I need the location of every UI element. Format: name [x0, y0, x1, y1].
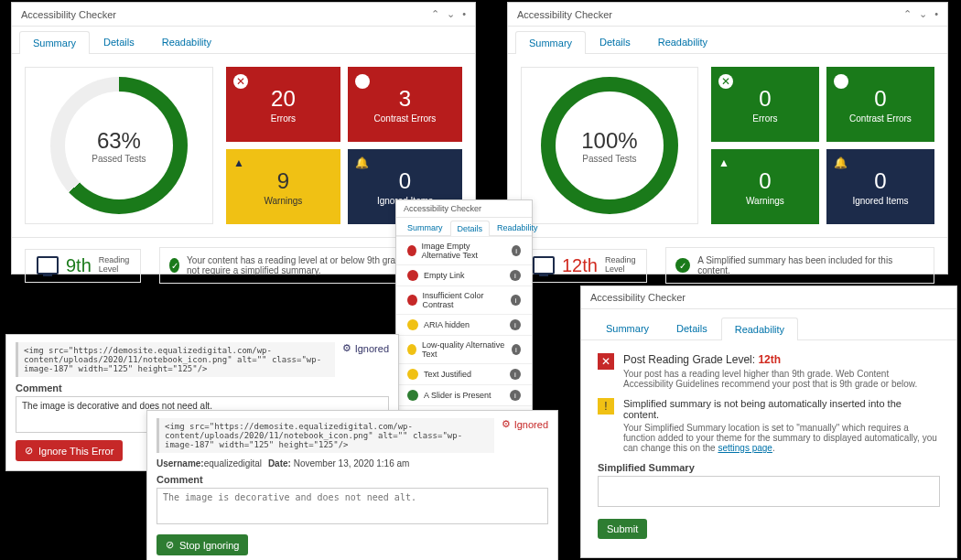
simplified-summary-label: Simplified Summary [598, 462, 940, 473]
bell-icon: 🔔 [834, 156, 848, 171]
details-list-item[interactable]: ARIA hiddeni [396, 314, 532, 335]
warning-icon: ▲ [233, 156, 248, 171]
passed-label: Passed Tests [92, 154, 146, 164]
close-icon: ✕ [718, 74, 733, 89]
submit-button[interactable]: Submit [598, 519, 647, 539]
passed-tests-donut: 63% Passed Tests [25, 67, 213, 224]
dot-icon[interactable]: • [934, 8, 938, 20]
contrast-icon [834, 74, 848, 89]
info-icon[interactable]: i [510, 319, 521, 330]
reading-grade-value: 12th [758, 353, 781, 366]
ignored-flag: ⚙ Ignored [342, 342, 389, 354]
tile-contrast-errors[interactable]: 0 Contrast Errors [826, 67, 934, 142]
info-icon[interactable]: i [511, 295, 521, 306]
tile-warnings[interactable]: ▲ 9 Warnings [226, 149, 340, 224]
details-item-label: A Slider is Present [424, 391, 491, 400]
info-icon[interactable]: i [512, 344, 521, 355]
details-item-label: Text Justified [424, 370, 471, 379]
details-list-item[interactable]: Empty Linki [396, 264, 532, 285]
panel-title: Accessibility Checker [21, 9, 116, 20]
info-icon[interactable]: i [512, 245, 521, 256]
status-dot-icon [407, 369, 418, 380]
status-dot-icon [407, 245, 416, 256]
panel-title: Accessibility Checker [590, 292, 686, 303]
dot-icon[interactable]: • [462, 8, 466, 20]
details-item-label: Insufficient Color Contrast [423, 291, 506, 309]
ignored-meta: Username:equalizedigital Date: November … [157, 458, 548, 468]
info-icon[interactable]: i [510, 369, 521, 380]
warning-icon: ! [598, 398, 614, 415]
tab-summary[interactable]: Summary [592, 317, 663, 339]
eye-slash-icon: ⊘ [25, 445, 33, 457]
tab-details[interactable]: Details [90, 30, 148, 53]
simplified-summary-field[interactable] [598, 476, 940, 507]
close-icon: ✕ [598, 353, 614, 370]
screen-icon [37, 256, 59, 275]
tile-contrast-errors[interactable]: 3 Contrast Errors [348, 67, 462, 142]
tab-summary[interactable]: Summary [515, 31, 586, 54]
panel-title: Accessibility Checker [517, 9, 612, 20]
tile-warnings[interactable]: ▲ 0 Warnings [711, 149, 819, 224]
tab-readability[interactable]: Readability [148, 30, 225, 53]
details-list-item[interactable]: Text Justifiedi [396, 363, 532, 384]
reading-grade-title: Post Reading Grade Level: [623, 353, 755, 366]
status-dot-icon [407, 344, 416, 355]
stop-ignoring-button[interactable]: ⊘ Stop Ignoring [157, 534, 248, 555]
details-item-label: ARIA hidden [424, 320, 470, 329]
gear-icon: ⚙ [502, 418, 511, 430]
check-icon: ✓ [675, 258, 690, 273]
ignored-flag: ⚙ Ignored [502, 418, 548, 430]
tab-readability[interactable]: Readability [490, 220, 545, 235]
chevron-down-icon[interactable]: ⌄ [447, 8, 455, 20]
reading-level-badge: 9th Reading Level [25, 249, 141, 283]
chevron-up-icon[interactable]: ⌃ [903, 8, 912, 20]
details-item-label: Low-quality Alternative Text [422, 340, 506, 359]
details-list-item[interactable]: Low-quality Alternative Texti [396, 335, 532, 363]
code-snippet: <img src="https://demosite.equalizedigit… [16, 342, 335, 377]
tab-readability[interactable]: Readability [644, 30, 721, 53]
tab-details[interactable]: Details [586, 30, 644, 53]
info-icon[interactable]: i [510, 270, 521, 281]
tile-errors[interactable]: ✕ 20 Errors [226, 67, 340, 142]
tab-details[interactable]: Details [663, 317, 721, 339]
chevron-up-icon[interactable]: ⌃ [431, 8, 439, 20]
info-icon[interactable]: i [510, 390, 521, 401]
tile-ignored[interactable]: 🔔 0 Ignored Items [826, 149, 934, 224]
passed-percent: 100% [581, 128, 637, 154]
panel-title: Accessibility Checker [404, 204, 481, 213]
status-dot-icon [407, 270, 418, 281]
passed-percent: 63% [97, 128, 141, 154]
bell-icon: 🔔 [355, 156, 370, 171]
check-icon: ✓ [169, 258, 179, 273]
ignore-this-error-button[interactable]: ⊘ Ignore This Error [16, 440, 123, 461]
close-icon: ✕ [233, 74, 248, 89]
warning-icon: ▲ [718, 156, 733, 171]
reading-level-badge: 12th Reading Level [521, 249, 647, 283]
comment-label: Comment [16, 382, 389, 393]
chevron-down-icon[interactable]: ⌄ [919, 8, 927, 20]
details-item-label: Image Empty Alternative Text [422, 242, 507, 260]
passed-tests-donut: 100% Passed Tests [521, 67, 698, 224]
code-snippet: <img src="https://demosite.equalizedigit… [157, 418, 494, 453]
details-list-item[interactable]: Insufficient Color Contrasti [396, 285, 532, 314]
settings-page-link[interactable]: settings page [718, 443, 772, 453]
comment-field[interactable] [157, 488, 548, 524]
screen-icon [533, 256, 555, 275]
tab-summary[interactable]: Summary [400, 220, 450, 235]
tile-errors[interactable]: ✕ 0 Errors [711, 67, 819, 142]
simplified-warning-title: Simplified summary is not being automati… [623, 398, 940, 420]
reading-grade-para: Your post has a reading level higher tha… [623, 369, 940, 389]
contrast-icon [355, 74, 370, 89]
foot-message: A Simplified summary has been included f… [697, 255, 924, 275]
comment-label: Comment [157, 474, 548, 485]
gear-icon: ⚙ [342, 342, 351, 354]
tab-details[interactable]: Details [450, 221, 491, 236]
simplified-warning-para: Your Simplified Summary location is set … [623, 423, 940, 453]
passed-label: Passed Tests [582, 154, 636, 164]
tab-readability[interactable]: Readability [721, 318, 798, 340]
status-dot-icon [407, 390, 418, 401]
status-dot-icon [407, 319, 418, 330]
tab-summary[interactable]: Summary [19, 31, 90, 54]
details-list-item[interactable]: Image Empty Alternative Texti [396, 236, 532, 264]
details-list-item[interactable]: A Slider is Presenti [396, 384, 532, 405]
